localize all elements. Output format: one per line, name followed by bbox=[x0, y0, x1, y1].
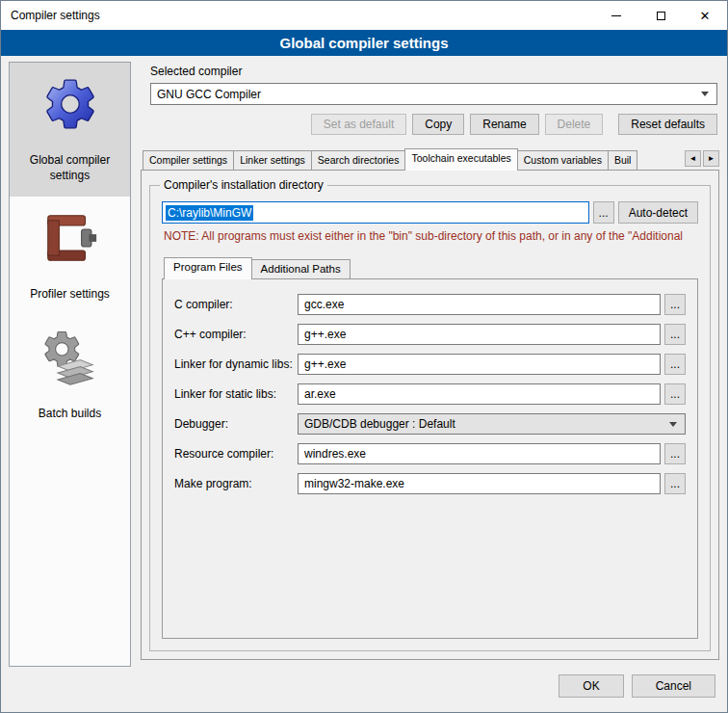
sidebar-item-global-compiler-settings[interactable]: Global compiler settings bbox=[10, 63, 130, 197]
rename-button[interactable]: Rename bbox=[470, 114, 538, 135]
field-row-static-linker: Linker for static libs: ar.exe ... bbox=[174, 383, 686, 405]
toolchain-executables-panel: Compiler's installation directory C:\ray… bbox=[141, 170, 719, 660]
resource-compiler-label: Resource compiler: bbox=[174, 447, 298, 461]
compiler-actions: Set as default Copy Rename Delete Reset … bbox=[141, 114, 717, 135]
dialog-footer: OK Cancel bbox=[1, 668, 727, 712]
gray-gears-icon bbox=[40, 328, 100, 387]
window-title: Compiler settings bbox=[1, 9, 100, 22]
sidebar-item-profiler-settings[interactable]: Profiler settings bbox=[10, 197, 130, 316]
compiler-tabstrip: Compiler settings Linker settings Search… bbox=[141, 147, 719, 170]
set-as-default-button: Set as default bbox=[311, 114, 406, 135]
sidebar-item-batch-builds[interactable]: Batch builds bbox=[10, 316, 130, 436]
ok-button[interactable]: OK bbox=[559, 674, 623, 698]
resource-compiler-input[interactable]: windres.exe bbox=[298, 443, 661, 464]
sidebar-item-label: Profiler settings bbox=[30, 287, 110, 303]
field-row-resource-compiler: Resource compiler: windres.exe ... bbox=[174, 443, 686, 464]
field-row-cpp-compiler: C++ compiler: g++.exe ... bbox=[174, 324, 686, 345]
make-program-browse-button[interactable]: ... bbox=[664, 473, 686, 494]
dynamic-linker-input[interactable]: g++.exe bbox=[298, 354, 661, 375]
dialog-body: Global compiler settings Profiler settin… bbox=[1, 56, 727, 668]
dynamic-linker-label: Linker for dynamic libs: bbox=[174, 357, 298, 371]
note-text: NOTE: All programs must exist either in … bbox=[164, 229, 696, 243]
c-compiler-value: gcc.exe bbox=[304, 298, 344, 311]
sidebar-item-label: Global compiler settings bbox=[14, 153, 125, 183]
program-files-panel: C compiler: gcc.exe ... C++ compiler: g+… bbox=[162, 278, 698, 639]
subtab-program-files[interactable]: Program Files bbox=[164, 257, 252, 279]
tab-search-directories[interactable]: Search directories bbox=[311, 150, 406, 170]
field-row-dynamic-linker: Linker for dynamic libs: g++.exe ... bbox=[174, 354, 686, 375]
settings-sidebar: Global compiler settings Profiler settin… bbox=[9, 62, 131, 667]
make-program-value: mingw32-make.exe bbox=[304, 477, 404, 490]
field-row-make-program: Make program: mingw32-make.exe ... bbox=[174, 473, 686, 494]
static-linker-label: Linker for static libs: bbox=[174, 387, 298, 401]
blue-gear-icon bbox=[40, 74, 100, 134]
close-icon: ✕ bbox=[700, 10, 711, 22]
subtab-additional-paths[interactable]: Additional Paths bbox=[251, 259, 351, 278]
c-compiler-label: C compiler: bbox=[174, 298, 298, 311]
static-linker-browse-button[interactable]: ... bbox=[664, 383, 686, 405]
compiler-settings-dialog: Compiler settings ✕ Global compiler sett… bbox=[0, 0, 728, 713]
copy-button[interactable]: Copy bbox=[412, 114, 464, 135]
resource-compiler-value: windres.exe bbox=[304, 447, 366, 461]
minimize-button[interactable] bbox=[594, 1, 638, 30]
window-controls: ✕ bbox=[594, 1, 727, 30]
tab-linker-settings[interactable]: Linker settings bbox=[233, 150, 312, 170]
cpp-compiler-input[interactable]: g++.exe bbox=[298, 324, 661, 345]
installation-directory-group-title: Compiler's installation directory bbox=[160, 178, 327, 192]
debugger-label: Debugger: bbox=[174, 417, 298, 431]
tab-scroll-left-button[interactable]: ◄ bbox=[685, 150, 701, 167]
page-title: Global compiler settings bbox=[1, 30, 727, 56]
dynamic-linker-value: g++.exe bbox=[304, 357, 346, 371]
cpp-compiler-label: C++ compiler: bbox=[174, 328, 298, 341]
static-linker-input[interactable]: ar.exe bbox=[298, 383, 661, 405]
tab-scroll-right-button[interactable]: ► bbox=[703, 150, 719, 167]
sidebar-item-label: Batch builds bbox=[39, 407, 101, 422]
resource-compiler-browse-button[interactable]: ... bbox=[664, 443, 686, 464]
installation-directory-row: C:\raylib\MinGW ... Auto-detect bbox=[162, 201, 698, 224]
chevron-down-icon bbox=[701, 92, 709, 96]
browse-directory-button[interactable]: ... bbox=[593, 201, 614, 224]
c-compiler-input[interactable]: gcc.exe bbox=[298, 294, 661, 315]
titlebar: Compiler settings ✕ bbox=[1, 1, 727, 30]
tab-build-options[interactable]: Buil bbox=[608, 150, 638, 170]
auto-detect-button[interactable]: Auto-detect bbox=[618, 201, 698, 224]
chevron-down-icon bbox=[669, 422, 677, 427]
main-panel: Selected compiler GNU GCC Compiler Set a… bbox=[141, 62, 719, 668]
make-program-input[interactable]: mingw32-make.exe bbox=[298, 473, 661, 494]
close-button[interactable]: ✕ bbox=[683, 1, 727, 30]
field-row-debugger: Debugger: GDB/CDB debugger : Default bbox=[174, 413, 686, 435]
static-linker-value: ar.exe bbox=[304, 387, 336, 401]
dynamic-linker-browse-button[interactable]: ... bbox=[664, 354, 686, 375]
maximize-button[interactable] bbox=[638, 1, 683, 30]
installation-directory-group: Compiler's installation directory C:\ray… bbox=[149, 185, 711, 651]
maximize-icon bbox=[657, 12, 665, 20]
cpp-compiler-value: g++.exe bbox=[304, 328, 346, 341]
c-compiler-browse-button[interactable]: ... bbox=[664, 294, 686, 315]
delete-button: Delete bbox=[545, 114, 604, 135]
selected-compiler-value: GNU GCC Compiler bbox=[157, 88, 695, 101]
selected-compiler-dropdown[interactable]: GNU GCC Compiler bbox=[150, 83, 717, 105]
toolchain-subtabstrip: Program Files Additional Paths bbox=[162, 256, 698, 278]
profiler-icon bbox=[40, 208, 100, 268]
debugger-value: GDB/CDB debugger : Default bbox=[304, 417, 663, 431]
debugger-dropdown[interactable]: GDB/CDB debugger : Default bbox=[298, 413, 686, 435]
tab-custom-variables[interactable]: Custom variables bbox=[517, 150, 609, 170]
tab-compiler-settings[interactable]: Compiler settings bbox=[143, 150, 234, 170]
tab-toolchain-executables[interactable]: Toolchain executables bbox=[404, 148, 517, 171]
selected-path-text: C:\raylib\MinGW bbox=[166, 205, 253, 221]
make-program-label: Make program: bbox=[174, 477, 298, 490]
tab-scroll-buttons: ◄ ► bbox=[682, 150, 719, 167]
cpp-compiler-browse-button[interactable]: ... bbox=[664, 324, 686, 345]
minimize-icon bbox=[611, 15, 621, 16]
installation-directory-input[interactable]: C:\raylib\MinGW bbox=[162, 201, 589, 224]
field-row-c-compiler: C compiler: gcc.exe ... bbox=[174, 294, 686, 315]
reset-defaults-button[interactable]: Reset defaults bbox=[618, 114, 717, 135]
selected-compiler-label: Selected compiler bbox=[150, 65, 719, 78]
cancel-button[interactable]: Cancel bbox=[632, 674, 715, 698]
